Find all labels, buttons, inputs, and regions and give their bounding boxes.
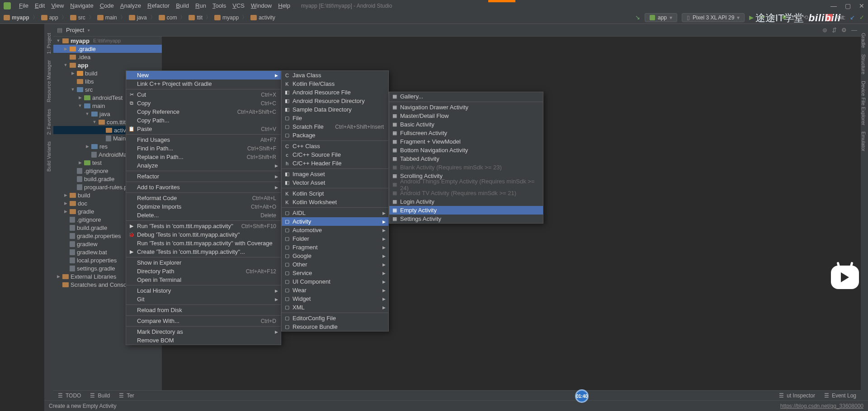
menu-item-find-in-path-[interactable]: Find in Path...Ctrl+Shift+F (126, 144, 281, 153)
menu-item-service[interactable]: ▢Service▶ (282, 269, 388, 277)
crumb-com[interactable]: com (167, 14, 177, 21)
tree-item--idea[interactable]: .idea (53, 53, 162, 61)
menu-item-other[interactable]: ▢Other▶ (282, 260, 388, 269)
menu-item-activity[interactable]: ▢Activity▶ (282, 217, 388, 226)
crumb-myapp[interactable]: myapp (12, 14, 29, 21)
close-icon[interactable]: ✕ (859, 2, 864, 9)
menu-item-copy[interactable]: ⧉CopyCtrl+C (126, 99, 281, 107)
menu-item-sample-data-directory[interactable]: ◧Sample Data Directory (282, 105, 388, 114)
apply-changes-icon[interactable]: ⟳ (760, 14, 767, 21)
minimize-icon[interactable]: — (830, 2, 837, 9)
menu-item-xml[interactable]: ▢XML▶ (282, 303, 388, 312)
menu-item-kotlin-script[interactable]: KKotlin Script (282, 189, 388, 198)
toolwindow-structure[interactable]: Structure (861, 54, 866, 75)
avd-icon[interactable]: ▯ (814, 14, 821, 21)
menu-item-ui-component[interactable]: ▢UI Component▶ (282, 277, 388, 286)
menu-run[interactable]: Run (193, 1, 209, 10)
menu-build[interactable]: Build (173, 1, 192, 10)
menu-item-widget[interactable]: ▢Widget▶ (282, 294, 388, 303)
menu-item-fragment-viewmodel[interactable]: ▦Fragment + ViewModel (389, 137, 543, 146)
menu-item-master-detail-flow[interactable]: ▦Master/Detail Flow (389, 112, 543, 120)
menu-item-android-resource-directory[interactable]: ◧Android Resource Directory (282, 97, 388, 105)
crumb-ttit[interactable]: ttit (197, 14, 203, 21)
menu-analyze[interactable]: Analyze (118, 1, 144, 10)
bottom-tool-todo[interactable]: ☰TODO (58, 392, 81, 399)
bottom-tool-ter[interactable]: ☰Ter (119, 392, 134, 399)
menu-file[interactable]: File (16, 1, 31, 10)
vcs-update-icon[interactable]: ↙ (850, 14, 855, 21)
menu-refactor[interactable]: Refactor (145, 1, 172, 10)
attach-icon[interactable]: ⟲ (803, 14, 811, 21)
menu-item-reformat-code[interactable]: Reformat CodeCtrl+Alt+L (126, 194, 281, 202)
menu-item-c-c-source-file[interactable]: cC/C++ Source File (282, 150, 388, 159)
menu-item-fullscreen-activity[interactable]: ▦Fullscreen Activity (389, 129, 543, 137)
target-icon[interactable]: ⊚ (822, 27, 827, 33)
tree-item-myapp[interactable]: ▼myappE:\ttit\myapp (53, 37, 162, 45)
menu-item-wear[interactable]: ▢Wear▶ (282, 286, 388, 294)
hide-icon[interactable]: — (851, 27, 857, 33)
tree-item-app[interactable]: ▼app (53, 61, 162, 69)
menu-code[interactable]: Code (97, 1, 117, 10)
menu-help[interactable]: Help (275, 1, 293, 10)
crumb-app[interactable]: app (49, 14, 58, 21)
crumb-src[interactable]: src (78, 14, 85, 21)
bilibili-play-icon[interactable] (831, 266, 859, 289)
menu-item-paste[interactable]: 📋PasteCtrl+V (126, 125, 281, 133)
crumb-myapp[interactable]: myapp (222, 14, 239, 21)
toolwindow-1-project[interactable]: 1: Project (46, 33, 52, 54)
menu-item-copy-reference[interactable]: Copy ReferenceCtrl+Alt+Shift+C (126, 107, 281, 116)
menu-item-automotive[interactable]: ▢Automotive▶ (282, 226, 388, 234)
menu-item-find-usages[interactable]: Find UsagesAlt+F7 (126, 135, 281, 144)
menu-item-analyze[interactable]: Analyze▶ (126, 161, 281, 170)
device-dropdown[interactable]: ▯ Pixel 3 XL API 29 ▾ (682, 13, 745, 22)
menu-item-add-to-favorites[interactable]: Add to Favorites▶ (126, 183, 281, 191)
menu-item-copy-path-[interactable]: Copy Path... (126, 116, 281, 125)
menu-item-settings-activity[interactable]: ▦Settings Activity (389, 215, 543, 223)
menu-item-reload-from-disk[interactable]: Reload from Disk (126, 306, 281, 314)
crumb-main[interactable]: main (105, 14, 117, 21)
menu-item-google[interactable]: ▢Google▶ (282, 252, 388, 260)
menu-item-show-in-explorer[interactable]: Show in Explorer (126, 258, 281, 267)
menu-item-file[interactable]: ▢File (282, 114, 388, 122)
menu-item-replace-in-path-[interactable]: Replace in Path...Ctrl+Shift+R (126, 153, 281, 161)
profiler-icon[interactable]: ◔ (793, 14, 800, 21)
project-label[interactable]: Project (66, 27, 84, 33)
toolwindow-build-variants[interactable]: Build Variants (46, 141, 52, 172)
menu-item-resource-bundle[interactable]: ▢Resource Bundle (282, 322, 388, 331)
menu-item-mark-directory-as[interactable]: Mark Directory as▶ (126, 327, 281, 336)
menu-navigate[interactable]: Navigate (67, 1, 96, 10)
menu-item-kotlin-worksheet[interactable]: KKotlin Worksheet (282, 198, 388, 206)
toolwindow-emulator[interactable]: Emulator (861, 131, 866, 151)
menu-item-directory-path[interactable]: Directory PathCtrl+Alt+F12 (126, 267, 281, 276)
menu-item-c-c-header-file[interactable]: hC/C++ Header File (282, 159, 388, 168)
menu-item-gallery-[interactable]: ▦Gallery... (389, 92, 543, 101)
menu-vcs[interactable]: VCS (230, 1, 247, 10)
menu-item-login-activity[interactable]: ▦Login Activity (389, 197, 543, 206)
menu-item-editorconfig-file[interactable]: ▢EditorConfig File (282, 314, 388, 322)
toolwindow-2-favorites[interactable]: 2: Favorites (46, 109, 52, 135)
settings-icon[interactable]: ⚙ (841, 27, 847, 33)
bottom-tool-event-log[interactable]: ☰Event Log (824, 392, 856, 399)
maximize-icon[interactable]: ▢ (845, 2, 851, 9)
menu-tools[interactable]: Tools (210, 1, 229, 10)
crumb-activity[interactable]: activity (259, 14, 275, 21)
menu-item-kotlin-file-class[interactable]: KKotlin File/Class (282, 79, 388, 88)
menu-view[interactable]: View (48, 1, 66, 10)
menu-item-compare-with-[interactable]: Compare With...Ctrl+D (126, 317, 281, 325)
menu-item-vector-asset[interactable]: ◧Vector Asset (282, 178, 388, 187)
menu-item-remove-bom[interactable]: Remove BOM (126, 336, 281, 345)
build-icon[interactable]: ↘ (635, 14, 640, 21)
bug-icon[interactable]: ✱ (782, 14, 789, 21)
menu-item-local-history[interactable]: Local History▶ (126, 286, 281, 295)
menu-item-cut[interactable]: ✂CutCtrl+X (126, 90, 281, 99)
toolwindow-gradle[interactable]: Gradle (861, 33, 866, 48)
tree-item--gradle[interactable]: ▶.gradle (53, 45, 162, 53)
bottom-tool-ut-inspector[interactable]: ☰ut Inspector (779, 392, 815, 399)
crumb-java[interactable]: java (137, 14, 147, 21)
menu-item-run-tests-in-com-ttit-myapp-activity-wit[interactable]: Run 'Tests in 'com.ttit.myapp.activity''… (126, 239, 281, 248)
menu-item-folder[interactable]: ▢Folder▶ (282, 234, 388, 243)
menu-item-git[interactable]: Git▶ (126, 295, 281, 304)
menu-item-refactor[interactable]: Refactor▶ (126, 172, 281, 181)
menu-item-empty-activity[interactable]: ▦Empty Activity (389, 206, 543, 215)
menu-item-delete-[interactable]: Delete...Delete (126, 211, 281, 220)
